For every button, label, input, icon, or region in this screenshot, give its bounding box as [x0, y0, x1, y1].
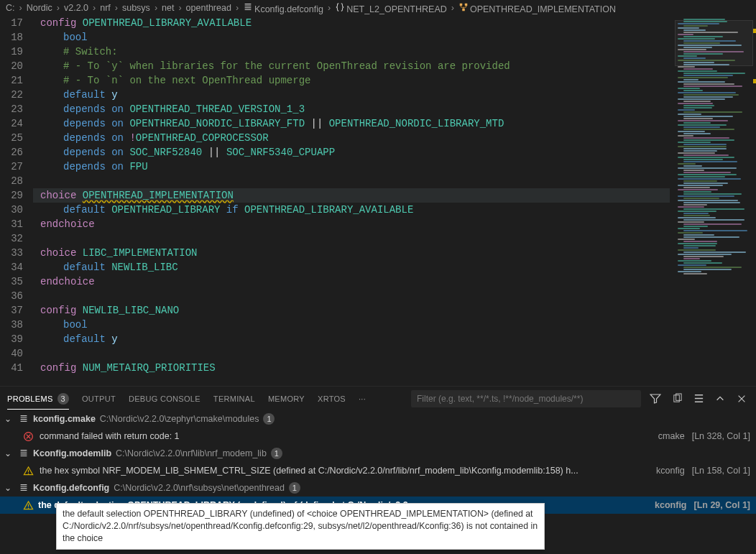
code-line[interactable]: config OPENTHREAD_LIBRARY_AVAILABLE — [33, 16, 756, 30]
code-line[interactable]: endchoice — [33, 217, 756, 231]
breadcrumb-segment[interactable]: OPENTHREAD_IMPLEMENTATION — [458, 2, 616, 14]
code-line[interactable]: # - To `y` when libraries for the curren… — [33, 59, 756, 73]
code-line[interactable] — [33, 174, 756, 188]
code-line[interactable]: config NUM_METAIRQ_PRIORITIES — [33, 361, 756, 375]
chevron-down-icon[interactable]: ⌄ — [4, 414, 14, 424]
code-line[interactable] — [33, 346, 756, 361]
code-line[interactable]: depends on SOC_NRF52840 || SOC_NRF5340_C… — [33, 145, 756, 160]
chevron-down-icon[interactable]: ⌄ — [4, 448, 14, 458]
warning-icon — [23, 500, 34, 511]
code-line[interactable]: default NEWLIB_LIBC — [33, 260, 756, 274]
code-line[interactable] — [33, 289, 756, 303]
filter-icon[interactable] — [648, 392, 663, 406]
code-area[interactable]: config OPENTHREAD_LIBRARY_AVAILABLEbool#… — [33, 16, 756, 386]
tab-memory[interactable]: MEMORY — [268, 394, 305, 403]
tab-xrtos[interactable]: XRTOS — [318, 394, 346, 403]
breadcrumb-segment[interactable]: NET_L2_OPENTHREAD — [335, 2, 447, 14]
tab-debug-console[interactable]: DEBUG CONSOLE — [129, 394, 200, 403]
breadcrumb[interactable]: C:›Nordic›v2.2.0›nrf›subsys›net›openthre… — [0, 0, 756, 16]
count-badge: 1 — [263, 413, 275, 425]
list-icon — [19, 414, 29, 424]
error-icon — [23, 431, 34, 442]
code-line[interactable] — [33, 231, 756, 246]
minimap[interactable] — [674, 16, 753, 375]
code-line[interactable]: depends on FPU — [33, 160, 756, 174]
overview-ruler-warning — [753, 79, 756, 83]
overflow-icon[interactable]: ··· — [359, 394, 366, 403]
code-line[interactable]: default y — [33, 332, 756, 346]
list-icon — [19, 448, 29, 458]
code-line[interactable]: depends on !OPENTHREAD_COPROCESSOR — [33, 131, 756, 145]
braces-icon — [335, 2, 345, 12]
count-badge: 1 — [289, 482, 300, 494]
code-line[interactable]: # - To `n` on the next OpenThread upmerg… — [33, 73, 756, 88]
count-badge: 1 — [271, 448, 282, 459]
code-line[interactable]: config NEWLIB_LIBC_NANO — [33, 303, 756, 318]
breadcrumb-segment[interactable]: subsys — [122, 3, 150, 13]
svg-point-7 — [28, 507, 29, 509]
line-gutter: 1718192021222324252627282930313233343536… — [0, 16, 33, 386]
code-line[interactable]: endchoice — [33, 274, 756, 289]
warning-icon — [23, 466, 34, 476]
struct-icon — [458, 2, 469, 12]
code-line[interactable]: bool — [33, 30, 756, 45]
tab-terminal[interactable]: TERMINAL — [213, 394, 255, 403]
tab-label: PROBLEMS — [7, 394, 53, 403]
code-line[interactable]: choice OPENTHREAD_IMPLEMENTATION — [33, 188, 756, 203]
panel-tabs: PROBLEMS 3 OUTPUT DEBUG CONSOLE TERMINAL… — [0, 386, 756, 410]
breadcrumb-segment[interactable]: openthread — [186, 3, 231, 13]
code-line[interactable]: bool — [33, 318, 756, 332]
problems-badge: 3 — [57, 393, 69, 405]
problem-item[interactable]: command failed with return code: 1 cmake… — [0, 428, 756, 445]
close-icon[interactable] — [734, 392, 749, 406]
list-icon — [19, 483, 29, 493]
breadcrumb-segment[interactable]: C: — [6, 3, 15, 13]
problem-file-row[interactable]: ⌄ Kconfig.modemlib C:\Nordic\v2.2.0\nrf\… — [0, 445, 756, 462]
svg-point-6 — [28, 473, 29, 474]
chevron-down-icon[interactable]: ⌄ — [4, 483, 14, 493]
overview-ruler-warning — [753, 29, 756, 33]
problem-item[interactable]: the hex symbol NRF_MODEM_LIB_SHMEM_CTRL_… — [0, 462, 756, 479]
chevron-up-icon[interactable] — [713, 392, 727, 406]
copy-icon[interactable] — [670, 392, 684, 406]
svg-rect-1 — [465, 3, 468, 6]
code-line[interactable]: default OPENTHREAD_LIBRARY if OPENTHREAD… — [33, 203, 756, 217]
code-line[interactable]: depends on OPENTHREAD_THREAD_VERSION_1_3 — [33, 102, 756, 116]
hover-tooltip: the default selection OPENTHREAD_LIBRARY… — [56, 503, 545, 550]
collapse-all-icon[interactable] — [691, 392, 706, 406]
list-icon — [243, 2, 253, 12]
filter-input[interactable] — [411, 390, 641, 407]
code-line[interactable]: depends on OPENTHREAD_NORDIC_LIBRARY_FTD… — [33, 116, 756, 131]
code-line[interactable]: # Switch: — [33, 45, 756, 59]
problem-file-row[interactable]: ⌄ kconfig.cmake C:\Nordic\v2.2.0\zephyr\… — [0, 410, 756, 428]
breadcrumb-segment[interactable]: v2.2.0 — [64, 3, 88, 13]
code-line[interactable]: default y — [33, 88, 756, 102]
breadcrumb-segment[interactable]: nrf — [100, 3, 111, 13]
breadcrumb-segment[interactable]: net — [162, 3, 174, 13]
breadcrumb-segment[interactable]: Kconfig.defconfig — [243, 2, 323, 14]
editor[interactable]: 1718192021222324252627282930313233343536… — [0, 16, 756, 386]
breadcrumb-segment[interactable]: Nordic — [27, 3, 52, 13]
code-line[interactable]: choice LIBC_IMPLEMENTATION — [33, 246, 756, 260]
problem-file-row[interactable]: ⌄ Kconfig.defconfig C:\Nordic\v2.2.0\nrf… — [0, 479, 756, 497]
svg-rect-2 — [462, 8, 465, 11]
svg-rect-0 — [460, 3, 463, 6]
tab-problems[interactable]: PROBLEMS 3 — [7, 393, 69, 410]
tab-output[interactable]: OUTPUT — [82, 394, 116, 403]
